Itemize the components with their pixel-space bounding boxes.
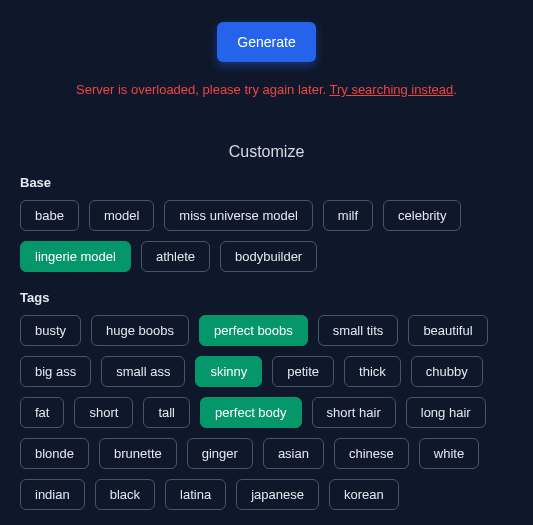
base-chip-group: babemodelmiss universe modelmilfcelebrit…	[20, 200, 513, 272]
tags-chip[interactable]: fat	[20, 397, 64, 428]
tags-chip[interactable]: small ass	[101, 356, 185, 387]
tags-chip[interactable]: petite	[272, 356, 334, 387]
generate-button[interactable]: Generate	[217, 22, 315, 62]
tags-chip[interactable]: asian	[263, 438, 324, 469]
error-suffix: .	[453, 82, 457, 97]
tags-chip[interactable]: perfect boobs	[199, 315, 308, 346]
tags-label: Tags	[20, 290, 513, 305]
tags-chip[interactable]: black	[95, 479, 155, 510]
tags-chip[interactable]: skinny	[195, 356, 262, 387]
tags-chip[interactable]: chinese	[334, 438, 409, 469]
base-chip[interactable]: bodybuilder	[220, 241, 317, 272]
base-chip[interactable]: model	[89, 200, 154, 231]
tags-chip[interactable]: big ass	[20, 356, 91, 387]
tags-chip[interactable]: short	[74, 397, 133, 428]
tags-chip[interactable]: blonde	[20, 438, 89, 469]
tags-chip[interactable]: beautiful	[408, 315, 487, 346]
base-chip[interactable]: lingerie model	[20, 241, 131, 272]
try-searching-link[interactable]: Try searching instead	[329, 82, 453, 97]
customize-title: Customize	[20, 143, 513, 161]
tags-chip[interactable]: ginger	[187, 438, 253, 469]
tags-chip[interactable]: small tits	[318, 315, 399, 346]
base-chip[interactable]: celebrity	[383, 200, 461, 231]
tags-chip[interactable]: latina	[165, 479, 226, 510]
base-chip[interactable]: miss universe model	[164, 200, 313, 231]
tags-chip-group: bustyhuge boobsperfect boobssmall titsbe…	[20, 315, 513, 510]
tags-chip[interactable]: brunette	[99, 438, 177, 469]
tags-chip[interactable]: white	[419, 438, 479, 469]
tags-chip[interactable]: short hair	[312, 397, 396, 428]
tags-chip[interactable]: chubby	[411, 356, 483, 387]
tags-chip[interactable]: long hair	[406, 397, 486, 428]
tags-chip[interactable]: busty	[20, 315, 81, 346]
error-text: Server is overloaded, please try again l…	[76, 82, 329, 97]
tags-chip[interactable]: thick	[344, 356, 401, 387]
base-chip[interactable]: babe	[20, 200, 79, 231]
tags-chip[interactable]: japanese	[236, 479, 319, 510]
base-chip[interactable]: athlete	[141, 241, 210, 272]
tags-chip[interactable]: korean	[329, 479, 399, 510]
base-label: Base	[20, 175, 513, 190]
error-message: Server is overloaded, please try again l…	[20, 82, 513, 97]
tags-chip[interactable]: indian	[20, 479, 85, 510]
tags-chip[interactable]: huge boobs	[91, 315, 189, 346]
tags-chip[interactable]: tall	[143, 397, 190, 428]
base-chip[interactable]: milf	[323, 200, 373, 231]
tags-chip[interactable]: perfect body	[200, 397, 302, 428]
